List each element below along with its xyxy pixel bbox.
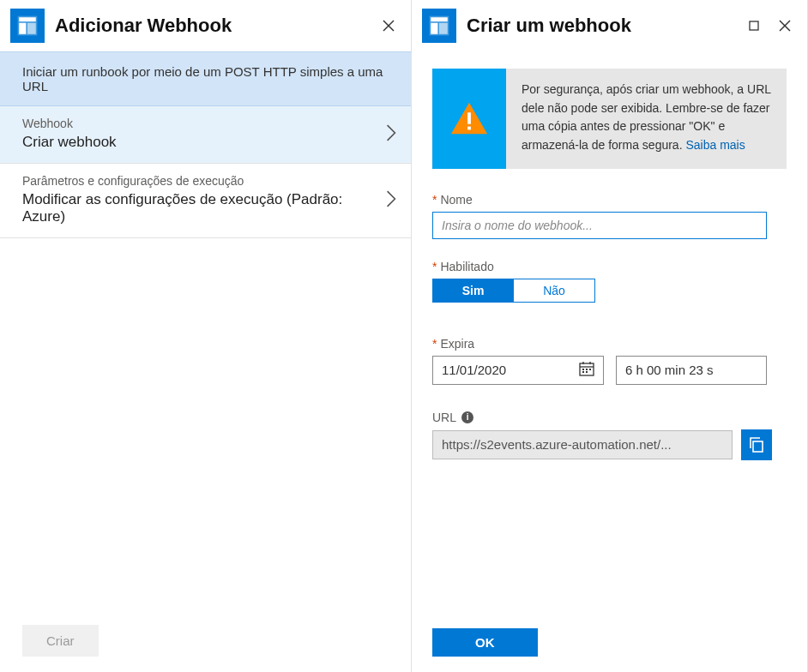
right-footer: OK	[412, 616, 807, 672]
copy-button[interactable]	[741, 429, 772, 460]
expires-field: *Expira 11/01/2020 6 h 00 min 23 s	[432, 337, 787, 385]
close-button[interactable]	[776, 17, 793, 34]
close-button[interactable]	[380, 17, 397, 34]
right-body: Por segurança, após criar um webhook, a …	[412, 51, 807, 616]
learn-more-link[interactable]: Saiba mais	[685, 138, 745, 152]
list-item-big: Modificar as configurações de execução (…	[22, 191, 385, 225]
toggle-no[interactable]: Não	[514, 279, 595, 303]
svg-rect-3	[27, 23, 36, 34]
svg-rect-20	[589, 369, 591, 370]
left-title: Adicionar Webhook	[55, 15, 370, 37]
add-webhook-panel: Adicionar Webhook Iniciar um runbook por…	[0, 0, 412, 672]
expires-date-input[interactable]: 11/01/2020	[432, 356, 604, 385]
left-footer: Criar	[0, 613, 411, 672]
url-label: URL	[432, 411, 456, 424]
name-field: *Nome	[432, 193, 787, 239]
url-field: URL i https://s2events.azure-automation.…	[432, 411, 787, 460]
svg-rect-25	[753, 441, 763, 452]
list-item-small: Parâmetros e configurações de execução	[22, 174, 385, 188]
enabled-toggle: Sim Não	[432, 279, 787, 303]
list-item-params[interactable]: Parâmetros e configurações de execução M…	[0, 164, 411, 238]
svg-rect-9	[439, 23, 448, 34]
expires-time-value: 6 h 00 min 23 s	[625, 363, 714, 377]
svg-rect-14	[467, 113, 471, 124]
expires-time-input[interactable]: 6 h 00 min 23 s	[616, 356, 767, 385]
restore-button[interactable]	[745, 17, 763, 34]
calendar-icon	[579, 361, 594, 379]
svg-rect-15	[467, 127, 471, 130]
svg-rect-18	[582, 369, 584, 370]
url-readonly: https://s2events.azure-automation.net/..…	[432, 430, 733, 459]
svg-rect-21	[582, 371, 584, 373]
right-title: Criar um webhook	[467, 15, 735, 37]
webhook-icon	[10, 9, 45, 43]
toggle-yes[interactable]: Sim	[432, 279, 514, 303]
enabled-field: *Habilitado Sim Não	[432, 260, 787, 303]
svg-rect-7	[431, 17, 448, 21]
svg-rect-1	[19, 17, 36, 21]
name-input[interactable]	[432, 212, 767, 239]
expires-label: Expira	[440, 337, 474, 351]
svg-rect-8	[431, 23, 437, 34]
info-icon[interactable]: i	[461, 411, 473, 423]
svg-rect-22	[586, 371, 588, 373]
name-label: Nome	[440, 193, 472, 207]
list-item-small: Webhook	[22, 117, 385, 130]
create-button[interactable]: Criar	[22, 625, 99, 657]
warning-text: Por segurança, após criar um webhook, a …	[506, 69, 787, 169]
warning-icon	[432, 69, 506, 169]
list-item-big: Criar webhook	[22, 134, 385, 151]
ok-button[interactable]: OK	[432, 628, 538, 657]
webhook-icon	[422, 9, 456, 43]
expires-date-value: 11/01/2020	[442, 363, 506, 377]
enabled-label: Habilitado	[440, 260, 493, 273]
list-item-webhook[interactable]: Webhook Criar webhook	[0, 106, 411, 164]
warning-box: Por segurança, após criar um webhook, a …	[432, 69, 787, 169]
chevron-right-icon	[385, 189, 397, 211]
svg-rect-19	[586, 369, 588, 370]
left-header: Adicionar Webhook	[0, 0, 411, 51]
svg-rect-2	[19, 23, 26, 34]
svg-rect-10	[750, 21, 758, 30]
info-banner: Iniciar um runbook por meio de um POST H…	[0, 51, 411, 106]
chevron-right-icon	[385, 123, 397, 145]
create-webhook-panel: Criar um webhook Por segurança, após cri…	[412, 0, 808, 672]
right-header: Criar um webhook	[412, 0, 807, 51]
